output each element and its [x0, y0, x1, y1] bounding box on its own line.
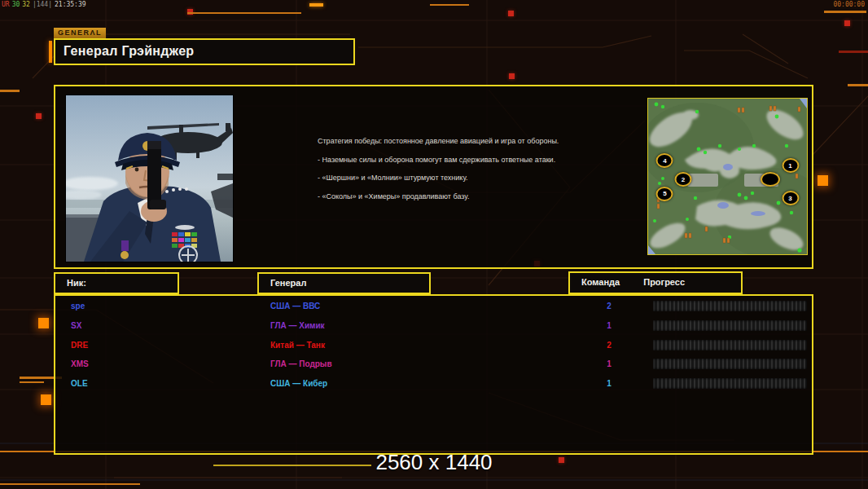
player-nick: XMS	[71, 355, 89, 372]
minimap-terrain	[648, 99, 807, 254]
players-table: spe США — ВВС 2 SX ГЛА — Химик 1 DRE Кит…	[54, 294, 813, 455]
map-start-position-player	[761, 172, 780, 187]
progress-bar	[653, 301, 807, 311]
strategy-line: - Наземные силы и оборона помогут вам сд…	[318, 156, 586, 165]
decor-line	[0, 483, 140, 485]
column-header-label: Команда	[570, 273, 620, 292]
minimap: 4 2 5 1 3	[647, 98, 808, 255]
clock-text: 21:35:39	[55, 1, 86, 8]
map-start-number: 3	[788, 195, 791, 202]
decor-square-red	[508, 11, 514, 16]
map-start-number: 5	[663, 190, 666, 197]
player-row: XMS ГЛА — Подрыв 1	[57, 355, 810, 372]
player-general: ГЛА — Химик	[270, 317, 325, 334]
loading-screen: UR3032|144|21:35:39 00:00:00 GENERΛL Ген…	[0, 0, 868, 489]
stats-value: |144|	[33, 1, 52, 8]
player-team: 1	[601, 355, 617, 372]
player-team: 1	[601, 317, 617, 334]
progress-bar	[653, 340, 807, 350]
debug-stats-overlay: UR3032|144|21:35:39	[2, 1, 89, 8]
player-general: США — ВВС	[270, 297, 320, 315]
player-team: 2	[601, 337, 617, 354]
player-team: 1	[601, 375, 617, 392]
player-team: 2	[601, 297, 617, 315]
decor-line	[20, 381, 44, 383]
player-row: DRE Китай — Танк 2	[57, 337, 810, 354]
column-header-label: Генерал	[259, 274, 429, 292]
column-header-label: Ник:	[55, 274, 178, 292]
stats-value: 32	[22, 1, 30, 8]
decor-line	[430, 4, 469, 6]
player-nick: SX	[71, 317, 81, 334]
decor-line	[839, 51, 868, 53]
map-start-position-2: 2	[674, 172, 691, 187]
briefing-panel: Стратегия победы: постоянное давление ав…	[54, 85, 813, 269]
player-general: ГЛА — Подрыв	[270, 355, 332, 372]
decor-square-red	[844, 20, 850, 26]
decor-square-orange	[818, 175, 828, 186]
decor-line	[187, 12, 301, 14]
column-header-label: Прогресс	[622, 273, 685, 292]
strategy-line: - «Шершни» и «Молнии» штурмуют технику.	[318, 174, 586, 183]
map-start-number: 1	[788, 162, 791, 170]
match-timer: 00:00:00	[833, 1, 865, 8]
decor-line	[309, 3, 323, 7]
column-header-team-progress: Команда Прогресс	[568, 271, 743, 294]
decor-line	[824, 11, 866, 13]
map-start-number: 4	[663, 157, 666, 165]
column-header-nick: Ник:	[54, 272, 179, 294]
strategy-briefing: Стратегия победы: постоянное давление ав…	[318, 137, 586, 210]
stats-value: 30	[12, 1, 20, 8]
player-nick: spe	[71, 297, 85, 315]
map-start-position-3: 3	[782, 191, 799, 205]
progress-bar	[653, 359, 807, 369]
player-row: OLE США — Кибер 1	[57, 375, 810, 392]
decor-line	[848, 84, 868, 86]
player-nick: DRE	[71, 337, 88, 354]
decor-line	[0, 90, 20, 92]
decor-square-red	[509, 73, 515, 79]
map-start-number: 2	[682, 176, 685, 183]
player-general: США — Кибер	[270, 375, 327, 392]
general-tag-label: GENERΛL	[54, 28, 106, 38]
general-title-box: Генерал Грэйнджер	[54, 38, 355, 65]
decor-square-orange	[38, 318, 49, 328]
general-portrait	[65, 95, 234, 262]
progress-bar	[653, 320, 807, 331]
general-portrait-image	[66, 95, 233, 262]
column-header-general: Генерал	[257, 272, 431, 294]
map-start-position-5: 5	[656, 187, 673, 201]
stats-label: UR	[2, 1, 10, 8]
player-general: Китай — Танк	[270, 337, 325, 354]
player-row: spe США — ВВС 2	[57, 297, 810, 315]
strategy-line: - «Соколы» и «Химеры» продавливают базу.	[318, 192, 586, 202]
decor-square-red	[36, 113, 42, 119]
resolution-label: 2560 x 1440	[0, 450, 868, 474]
progress-bar	[653, 378, 807, 389]
page-title: Генерал Грэйнджер	[55, 40, 353, 63]
player-nick: OLE	[71, 375, 88, 392]
decor-square-orange	[41, 394, 51, 405]
map-start-position-4: 4	[656, 153, 673, 168]
title-accent-bar	[49, 41, 52, 63]
strategy-line: Стратегия победы: постоянное давление ав…	[318, 137, 586, 147]
player-row: SX ГЛА — Химик 1	[57, 317, 810, 334]
map-start-position-1: 1	[782, 158, 799, 173]
